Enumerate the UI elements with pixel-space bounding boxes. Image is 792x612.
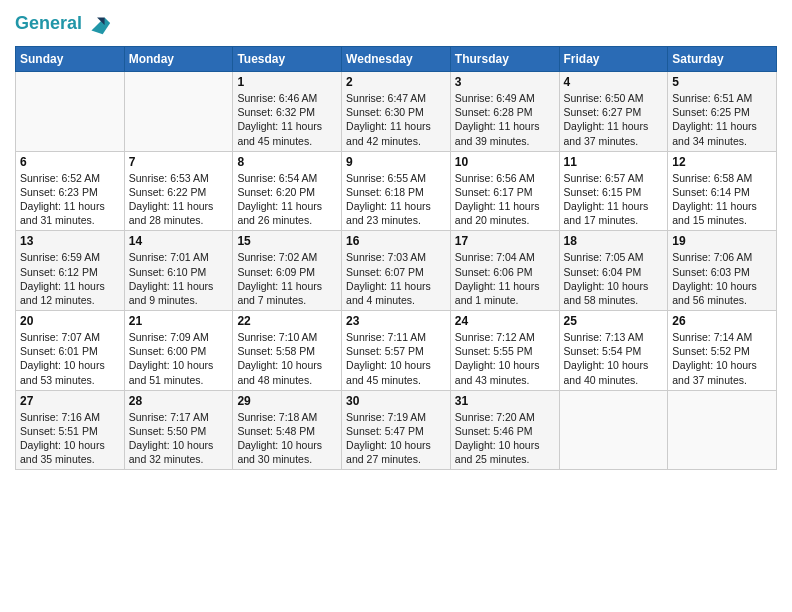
day-info: Sunrise: 6:55 AM Sunset: 6:18 PM Dayligh…: [346, 172, 431, 227]
day-info: Sunrise: 7:04 AM Sunset: 6:06 PM Dayligh…: [455, 251, 540, 306]
day-number: 14: [129, 234, 229, 248]
day-info: Sunrise: 7:10 AM Sunset: 5:58 PM Dayligh…: [237, 331, 322, 386]
day-number: 27: [20, 394, 120, 408]
day-info: Sunrise: 6:58 AM Sunset: 6:14 PM Dayligh…: [672, 172, 757, 227]
day-number: 17: [455, 234, 555, 248]
day-info: Sunrise: 7:12 AM Sunset: 5:55 PM Dayligh…: [455, 331, 540, 386]
day-number: 21: [129, 314, 229, 328]
day-number: 4: [564, 75, 664, 89]
day-number: 3: [455, 75, 555, 89]
calendar-week-row: 27Sunrise: 7:16 AM Sunset: 5:51 PM Dayli…: [16, 390, 777, 470]
header: General: [15, 10, 777, 38]
day-info: Sunrise: 6:47 AM Sunset: 6:30 PM Dayligh…: [346, 92, 431, 147]
calendar-cell: 16Sunrise: 7:03 AM Sunset: 6:07 PM Dayli…: [342, 231, 451, 311]
calendar-cell: 12Sunrise: 6:58 AM Sunset: 6:14 PM Dayli…: [668, 151, 777, 231]
calendar-cell: 19Sunrise: 7:06 AM Sunset: 6:03 PM Dayli…: [668, 231, 777, 311]
calendar-cell: [668, 390, 777, 470]
day-number: 10: [455, 155, 555, 169]
day-info: Sunrise: 6:49 AM Sunset: 6:28 PM Dayligh…: [455, 92, 540, 147]
day-number: 15: [237, 234, 337, 248]
calendar-cell: 4Sunrise: 6:50 AM Sunset: 6:27 PM Daylig…: [559, 72, 668, 152]
calendar-cell: 11Sunrise: 6:57 AM Sunset: 6:15 PM Dayli…: [559, 151, 668, 231]
calendar-cell: 14Sunrise: 7:01 AM Sunset: 6:10 PM Dayli…: [124, 231, 233, 311]
calendar-cell: 18Sunrise: 7:05 AM Sunset: 6:04 PM Dayli…: [559, 231, 668, 311]
page: General SundayMondayTuesdayWednesdayThur…: [0, 0, 792, 612]
day-header-thursday: Thursday: [450, 47, 559, 72]
day-number: 12: [672, 155, 772, 169]
day-header-tuesday: Tuesday: [233, 47, 342, 72]
day-info: Sunrise: 7:06 AM Sunset: 6:03 PM Dayligh…: [672, 251, 757, 306]
calendar-cell: 10Sunrise: 6:56 AM Sunset: 6:17 PM Dayli…: [450, 151, 559, 231]
day-info: Sunrise: 6:53 AM Sunset: 6:22 PM Dayligh…: [129, 172, 214, 227]
day-number: 20: [20, 314, 120, 328]
day-header-sunday: Sunday: [16, 47, 125, 72]
calendar-cell: 20Sunrise: 7:07 AM Sunset: 6:01 PM Dayli…: [16, 311, 125, 391]
calendar-cell: [16, 72, 125, 152]
day-number: 5: [672, 75, 772, 89]
day-number: 22: [237, 314, 337, 328]
calendar-cell: 21Sunrise: 7:09 AM Sunset: 6:00 PM Dayli…: [124, 311, 233, 391]
day-info: Sunrise: 7:03 AM Sunset: 6:07 PM Dayligh…: [346, 251, 431, 306]
day-info: Sunrise: 7:09 AM Sunset: 6:00 PM Dayligh…: [129, 331, 214, 386]
day-number: 7: [129, 155, 229, 169]
day-header-saturday: Saturday: [668, 47, 777, 72]
day-info: Sunrise: 6:56 AM Sunset: 6:17 PM Dayligh…: [455, 172, 540, 227]
day-number: 8: [237, 155, 337, 169]
day-header-monday: Monday: [124, 47, 233, 72]
day-info: Sunrise: 7:16 AM Sunset: 5:51 PM Dayligh…: [20, 411, 105, 466]
calendar-cell: 8Sunrise: 6:54 AM Sunset: 6:20 PM Daylig…: [233, 151, 342, 231]
calendar-cell: [124, 72, 233, 152]
day-number: 11: [564, 155, 664, 169]
calendar-cell: 27Sunrise: 7:16 AM Sunset: 5:51 PM Dayli…: [16, 390, 125, 470]
calendar-cell: 1Sunrise: 6:46 AM Sunset: 6:32 PM Daylig…: [233, 72, 342, 152]
calendar-cell: 28Sunrise: 7:17 AM Sunset: 5:50 PM Dayli…: [124, 390, 233, 470]
day-info: Sunrise: 6:52 AM Sunset: 6:23 PM Dayligh…: [20, 172, 105, 227]
logo-text: General: [15, 14, 82, 34]
day-number: 9: [346, 155, 446, 169]
logo-icon: [84, 10, 112, 38]
day-header-wednesday: Wednesday: [342, 47, 451, 72]
day-number: 6: [20, 155, 120, 169]
day-info: Sunrise: 7:05 AM Sunset: 6:04 PM Dayligh…: [564, 251, 649, 306]
day-header-friday: Friday: [559, 47, 668, 72]
day-info: Sunrise: 6:57 AM Sunset: 6:15 PM Dayligh…: [564, 172, 649, 227]
day-number: 30: [346, 394, 446, 408]
calendar-cell: 5Sunrise: 6:51 AM Sunset: 6:25 PM Daylig…: [668, 72, 777, 152]
calendar-cell: 9Sunrise: 6:55 AM Sunset: 6:18 PM Daylig…: [342, 151, 451, 231]
day-info: Sunrise: 7:19 AM Sunset: 5:47 PM Dayligh…: [346, 411, 431, 466]
day-info: Sunrise: 7:13 AM Sunset: 5:54 PM Dayligh…: [564, 331, 649, 386]
day-info: Sunrise: 6:51 AM Sunset: 6:25 PM Dayligh…: [672, 92, 757, 147]
day-number: 1: [237, 75, 337, 89]
calendar-body: 1Sunrise: 6:46 AM Sunset: 6:32 PM Daylig…: [16, 72, 777, 470]
calendar-week-row: 20Sunrise: 7:07 AM Sunset: 6:01 PM Dayli…: [16, 311, 777, 391]
day-number: 2: [346, 75, 446, 89]
day-info: Sunrise: 6:46 AM Sunset: 6:32 PM Dayligh…: [237, 92, 322, 147]
calendar-cell: [559, 390, 668, 470]
day-info: Sunrise: 6:50 AM Sunset: 6:27 PM Dayligh…: [564, 92, 649, 147]
day-info: Sunrise: 7:17 AM Sunset: 5:50 PM Dayligh…: [129, 411, 214, 466]
day-info: Sunrise: 7:07 AM Sunset: 6:01 PM Dayligh…: [20, 331, 105, 386]
day-info: Sunrise: 7:02 AM Sunset: 6:09 PM Dayligh…: [237, 251, 322, 306]
calendar-cell: 7Sunrise: 6:53 AM Sunset: 6:22 PM Daylig…: [124, 151, 233, 231]
calendar-week-row: 13Sunrise: 6:59 AM Sunset: 6:12 PM Dayli…: [16, 231, 777, 311]
logo-area: General: [15, 10, 112, 38]
day-number: 28: [129, 394, 229, 408]
day-number: 18: [564, 234, 664, 248]
day-info: Sunrise: 6:54 AM Sunset: 6:20 PM Dayligh…: [237, 172, 322, 227]
calendar-cell: 15Sunrise: 7:02 AM Sunset: 6:09 PM Dayli…: [233, 231, 342, 311]
calendar-cell: 26Sunrise: 7:14 AM Sunset: 5:52 PM Dayli…: [668, 311, 777, 391]
day-number: 25: [564, 314, 664, 328]
calendar-week-row: 6Sunrise: 6:52 AM Sunset: 6:23 PM Daylig…: [16, 151, 777, 231]
calendar-cell: 2Sunrise: 6:47 AM Sunset: 6:30 PM Daylig…: [342, 72, 451, 152]
calendar-cell: 25Sunrise: 7:13 AM Sunset: 5:54 PM Dayli…: [559, 311, 668, 391]
calendar-cell: 6Sunrise: 6:52 AM Sunset: 6:23 PM Daylig…: [16, 151, 125, 231]
calendar-cell: 23Sunrise: 7:11 AM Sunset: 5:57 PM Dayli…: [342, 311, 451, 391]
day-number: 13: [20, 234, 120, 248]
calendar-cell: 29Sunrise: 7:18 AM Sunset: 5:48 PM Dayli…: [233, 390, 342, 470]
calendar-cell: 17Sunrise: 7:04 AM Sunset: 6:06 PM Dayli…: [450, 231, 559, 311]
day-number: 31: [455, 394, 555, 408]
day-number: 16: [346, 234, 446, 248]
calendar-week-row: 1Sunrise: 6:46 AM Sunset: 6:32 PM Daylig…: [16, 72, 777, 152]
calendar-cell: 13Sunrise: 6:59 AM Sunset: 6:12 PM Dayli…: [16, 231, 125, 311]
day-info: Sunrise: 7:18 AM Sunset: 5:48 PM Dayligh…: [237, 411, 322, 466]
